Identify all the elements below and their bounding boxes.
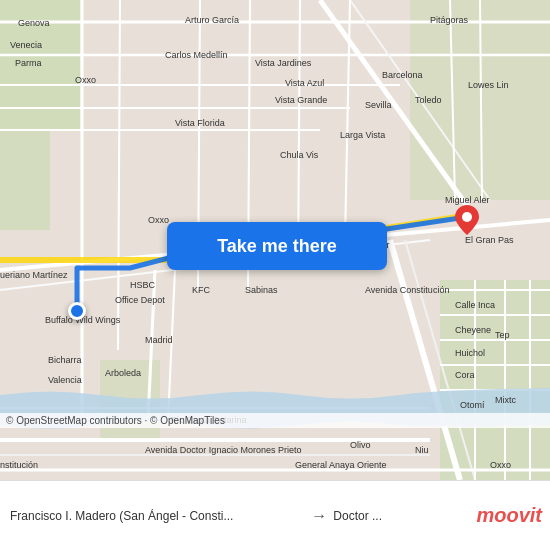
- map-attribution: © OpenStreetMap contributors · © OpenMap…: [0, 413, 550, 428]
- moovit-branding: moovit: [476, 480, 550, 550]
- destination-pin: [455, 205, 479, 235]
- app: GenovaVeneciaParmaOxxoArturo GarcíaCarlo…: [0, 0, 550, 550]
- arrow-icon: →: [311, 507, 327, 525]
- moovit-logo: moovit: [476, 504, 542, 527]
- origin-marker: [68, 302, 86, 320]
- route-from-label: Francisco I. Madero (San Ángel - Consti.…: [10, 509, 305, 523]
- take-me-there-button[interactable]: Take me there: [167, 222, 387, 270]
- bottom-bar: Francisco I. Madero (San Ángel - Consti.…: [0, 480, 550, 550]
- svg-point-41: [462, 212, 472, 222]
- map-container: GenovaVeneciaParmaOxxoArturo GarcíaCarlo…: [0, 0, 550, 480]
